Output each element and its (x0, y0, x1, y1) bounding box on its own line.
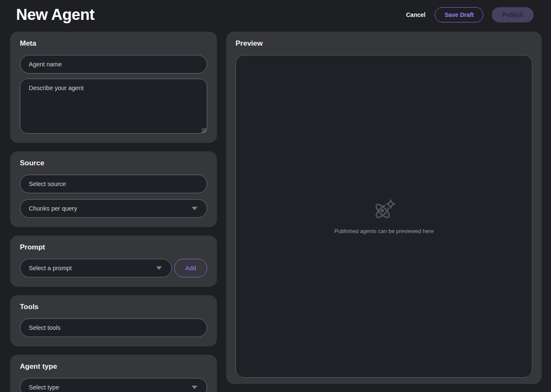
agent-description-textarea[interactable] (20, 79, 207, 134)
publish-button[interactable]: Publish (492, 7, 534, 22)
page-title: New Agent (16, 6, 94, 24)
form-column: Meta Source Select source Chunks per que… (10, 32, 217, 384)
header-actions: Cancel Save Draft Publish (405, 7, 534, 22)
agent-description-wrap (20, 79, 207, 134)
cancel-button[interactable]: Cancel (405, 8, 426, 22)
save-draft-button[interactable]: Save Draft (435, 7, 483, 22)
select-tools-field[interactable]: Select tools (20, 318, 207, 337)
header: New Agent Cancel Save Draft Publish (0, 0, 551, 32)
select-source-field[interactable]: Select source (20, 175, 207, 193)
meta-card-title: Meta (20, 39, 207, 48)
prompt-card-title: Prompt (20, 243, 207, 252)
agent-name-input[interactable] (20, 55, 207, 74)
meta-card: Meta (10, 32, 217, 143)
source-card: Source Select source Chunks per query (10, 151, 217, 227)
chevron-down-icon (156, 266, 162, 270)
agent-type-placeholder: Select type (29, 384, 59, 391)
preview-panel: Published agents can be previewed here (236, 55, 532, 378)
preview-empty-text: Published agents can be previewed here (334, 228, 434, 234)
prompt-select-placeholder: Select a prompt (29, 265, 72, 271)
agent-type-select[interactable]: Select type (20, 378, 207, 392)
atom-sparkle-icon (372, 198, 396, 223)
main-content: Meta Source Select source Chunks per que… (0, 32, 551, 392)
select-tools-placeholder: Select tools (29, 324, 60, 331)
source-card-title: Source (20, 159, 207, 167)
chunks-per-query-placeholder: Chunks per query (29, 205, 77, 212)
chevron-down-icon (192, 386, 197, 389)
tools-card: Tools Select tools (10, 295, 217, 346)
chevron-down-icon (192, 207, 197, 210)
agent-type-card: Agent type Select type (10, 355, 217, 392)
prompt-select[interactable]: Select a prompt (20, 259, 172, 277)
agent-type-card-title: Agent type (20, 362, 207, 371)
tools-card-title: Tools (20, 303, 207, 311)
preview-column: Preview (226, 32, 542, 384)
chunks-per-query-select[interactable]: Chunks per query (20, 199, 207, 218)
textarea-resize-handle[interactable] (202, 128, 206, 133)
preview-card: Preview (226, 32, 542, 384)
prompt-card: Prompt Select a prompt Add (10, 236, 217, 287)
add-prompt-button[interactable]: Add (174, 259, 207, 277)
preview-card-title: Preview (236, 39, 532, 48)
select-source-placeholder: Select source (29, 181, 66, 187)
